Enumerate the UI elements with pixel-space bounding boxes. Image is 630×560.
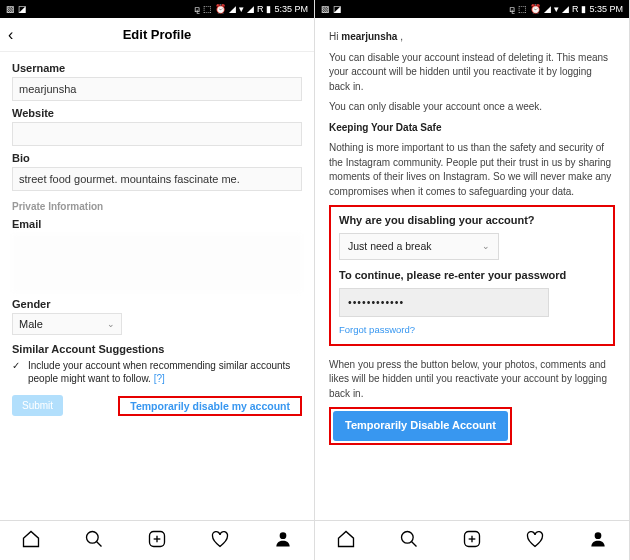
highlight-box: Why are you disabling your account? Just… bbox=[329, 205, 615, 346]
temp-disable-link[interactable]: Temporarily disable my account bbox=[122, 395, 298, 417]
greeting: Hi mearjunsha , bbox=[329, 30, 615, 45]
forgot-password-link[interactable]: Forgot password? bbox=[339, 323, 415, 337]
signal-icon: ◢ bbox=[247, 4, 254, 14]
password-input[interactable]: •••••••••••• bbox=[339, 288, 549, 317]
similar-suggestions-row: ✓ Include your account when recommending… bbox=[12, 359, 302, 385]
reason-question: Why are you disabling your account? bbox=[339, 213, 605, 229]
wifi-icon: ▾ bbox=[239, 4, 244, 14]
alarm-icon: ⏰ bbox=[530, 4, 541, 14]
similar-suggestions-text: Include your account when recommending s… bbox=[28, 359, 302, 385]
activity-icon[interactable] bbox=[210, 529, 230, 553]
page-title: Edit Profile bbox=[123, 27, 192, 42]
highlight-box: Temporarily Disable Account bbox=[329, 407, 512, 445]
email-input-redacted[interactable] bbox=[12, 234, 302, 292]
image-icon: ◪ bbox=[333, 4, 342, 14]
gender-select[interactable]: Male ⌄ bbox=[12, 313, 122, 335]
screen-edit-profile: ▧ ◪ ⚼ ⬚ ⏰ ◢ ▾ ◢ R ▮ 5:35 PM ‹ Edit Profi… bbox=[0, 0, 315, 560]
edit-profile-form: Username Website Bio Private Information… bbox=[0, 52, 314, 520]
activity-icon[interactable] bbox=[525, 529, 545, 553]
search-icon[interactable] bbox=[84, 529, 104, 553]
disable-account-content: Hi mearjunsha , You can disable your acc… bbox=[315, 18, 629, 520]
svg-point-0 bbox=[87, 531, 99, 543]
bluetooth-icon: ⚼ bbox=[194, 4, 200, 15]
home-icon[interactable] bbox=[336, 529, 356, 553]
password-prompt: To continue, please re-enter your passwo… bbox=[339, 268, 605, 284]
svg-line-1 bbox=[97, 541, 102, 546]
vibrate-icon: ⬚ bbox=[203, 4, 212, 14]
info-para-2: You can only disable your account once a… bbox=[329, 100, 615, 115]
back-icon[interactable]: ‹ bbox=[8, 26, 13, 44]
svg-point-11 bbox=[594, 532, 601, 539]
form-actions: Submit Temporarily disable my account bbox=[12, 395, 302, 416]
wifi-icon: ▾ bbox=[554, 4, 559, 14]
image-icon: ◪ bbox=[18, 4, 27, 14]
vibrate-icon: ⬚ bbox=[518, 4, 527, 14]
reason-select[interactable]: Just need a break ⌄ bbox=[339, 233, 499, 260]
bio-input[interactable] bbox=[12, 167, 302, 191]
svg-point-5 bbox=[279, 532, 286, 539]
info-para-1: You can disable your account instead of … bbox=[329, 51, 615, 95]
info-para-4: When you press the button below, your ph… bbox=[329, 358, 615, 402]
greeting-username: mearjunsha bbox=[341, 31, 397, 42]
roaming-icon: R bbox=[572, 4, 579, 14]
checkbox-checked-icon[interactable]: ✓ bbox=[12, 359, 22, 385]
email-label: Email bbox=[12, 218, 302, 230]
image-icon: ▧ bbox=[6, 4, 15, 14]
info-para-3: Nothing is more important to us than the… bbox=[329, 141, 615, 199]
data-safe-heading: Keeping Your Data Safe bbox=[329, 121, 615, 136]
help-link[interactable]: [?] bbox=[154, 373, 165, 384]
header: ‹ Edit Profile bbox=[0, 18, 314, 52]
signal-icon: ◢ bbox=[562, 4, 569, 14]
bio-label: Bio bbox=[12, 152, 302, 164]
highlight-box: Temporarily disable my account bbox=[118, 396, 302, 416]
profile-icon[interactable] bbox=[273, 529, 293, 553]
clock-text: 5:35 PM bbox=[274, 4, 308, 14]
signal-icon: ◢ bbox=[544, 4, 551, 14]
similar-heading: Similar Account Suggestions bbox=[12, 343, 302, 355]
svg-line-7 bbox=[412, 541, 417, 546]
profile-icon[interactable] bbox=[588, 529, 608, 553]
website-input[interactable] bbox=[12, 122, 302, 146]
chevron-down-icon: ⌄ bbox=[107, 319, 115, 329]
image-icon: ▧ bbox=[321, 4, 330, 14]
disable-account-button[interactable]: Temporarily Disable Account bbox=[333, 411, 508, 441]
chevron-down-icon: ⌄ bbox=[482, 240, 490, 253]
signal-icon: ◢ bbox=[229, 4, 236, 14]
status-bar: ▧ ◪ ⚼ ⬚ ⏰ ◢ ▾ ◢ R ▮ 5:35 PM bbox=[0, 0, 314, 18]
search-icon[interactable] bbox=[399, 529, 419, 553]
battery-icon: ▮ bbox=[581, 4, 586, 14]
add-post-icon[interactable] bbox=[462, 529, 482, 553]
username-label: Username bbox=[12, 62, 302, 74]
add-post-icon[interactable] bbox=[147, 529, 167, 553]
private-info-heading: Private Information bbox=[12, 201, 302, 212]
battery-icon: ▮ bbox=[266, 4, 271, 14]
alarm-icon: ⏰ bbox=[215, 4, 226, 14]
reason-value: Just need a break bbox=[348, 239, 431, 254]
status-bar: ▧ ◪ ⚼ ⬚ ⏰ ◢ ▾ ◢ R ▮ 5:35 PM bbox=[315, 0, 629, 18]
bottom-nav bbox=[315, 520, 629, 560]
home-icon[interactable] bbox=[21, 529, 41, 553]
gender-label: Gender bbox=[12, 298, 302, 310]
clock-text: 5:35 PM bbox=[589, 4, 623, 14]
username-input[interactable] bbox=[12, 77, 302, 101]
website-label: Website bbox=[12, 107, 302, 119]
roaming-icon: R bbox=[257, 4, 264, 14]
bottom-nav bbox=[0, 520, 314, 560]
submit-button[interactable]: Submit bbox=[12, 395, 63, 416]
gender-value: Male bbox=[19, 318, 43, 330]
svg-point-6 bbox=[402, 531, 414, 543]
bluetooth-icon: ⚼ bbox=[509, 4, 515, 15]
screen-disable-account: ▧ ◪ ⚼ ⬚ ⏰ ◢ ▾ ◢ R ▮ 5:35 PM Hi mearjunsh… bbox=[315, 0, 630, 560]
